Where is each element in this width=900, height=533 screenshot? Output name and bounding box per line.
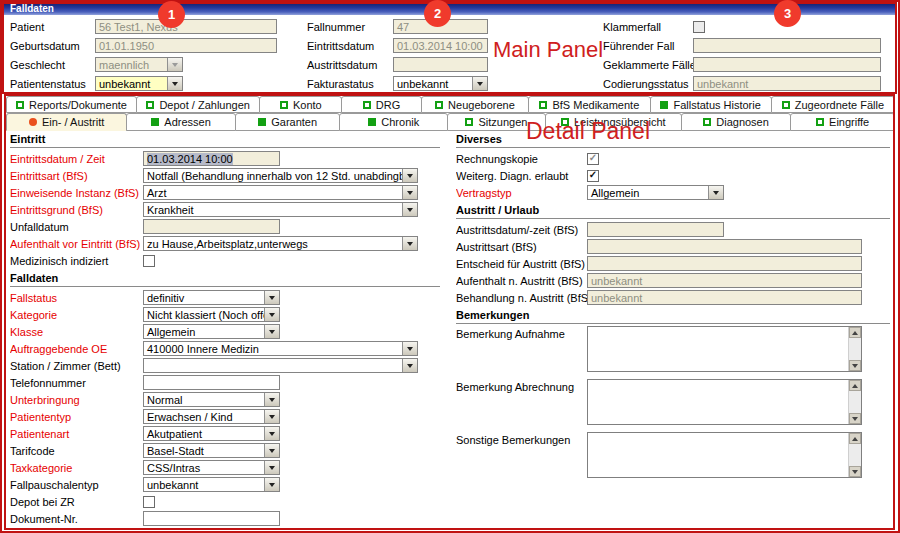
square-outline-icon [363,101,371,109]
scroll-down-icon[interactable] [849,466,861,477]
station-zimmer-label: Station / Zimmer (Bett) [10,360,143,372]
tab-neugeborene[interactable]: Neugeborene [421,96,530,113]
chevron-down-icon[interactable] [708,186,723,199]
chevron-down-icon[interactable] [264,393,279,406]
eintrittsgrund-select[interactable]: Krankheit [143,202,418,217]
chevron-down-icon[interactable] [402,169,417,182]
entscheid-fuer-austritt-label: Entscheid für Austritt (BfS) [456,258,587,270]
tab-reports-dokumente[interactable]: Reports/Dokumente [6,96,137,113]
klasse-select[interactable]: Allgemein [143,324,280,339]
geklammerte-faelle-field[interactable] [693,57,881,72]
chevron-down-icon[interactable] [402,186,417,199]
chevron-down-icon[interactable] [167,77,182,90]
chevron-down-icon[interactable] [264,427,279,440]
vertragstyp-select[interactable]: Allgemein [587,185,724,200]
scrollbar[interactable] [848,327,861,371]
eintrittsart-select[interactable]: Notfall (Behandlung innerhalb von 12 Std… [143,168,418,183]
eintrittsdatum-label: Eintrittsdatum [307,40,393,52]
annotation-main-panel-label: Main Panel [493,37,603,63]
auftraggebende-oe-select[interactable]: 410000 Innere Medizin [143,341,418,356]
einweisende-instanz-label: Einweisende Instanz (BfS) [10,187,143,199]
square-outline-icon [816,118,824,126]
weiterg-diagn-erlaubt-label: Weiterg. Diagn. erlaubt [456,170,587,182]
eintrittsdatum-zeit-input[interactable]: 01.03.2014 10:00 [143,151,280,166]
dokument-nr-label: Dokument-Nr. [10,513,143,525]
detail-tab-row-bottom: Ein- / Austritt Adressen Garanten Chroni… [6,113,894,131]
taxkategorie-select[interactable]: CSS/Intras [143,460,280,475]
chevron-down-icon[interactable] [264,461,279,474]
scroll-down-icon[interactable] [849,413,861,424]
chevron-down-icon[interactable] [402,359,417,372]
austrittsart-input[interactable] [587,239,862,254]
fallstatus-select[interactable]: definitiv [143,290,280,305]
patiententyp-select[interactable]: Erwachsen / Kind [143,409,280,424]
chevron-down-icon[interactable] [264,325,279,338]
square-outline-icon [146,101,154,109]
tab-ein-austritt[interactable]: Ein- / Austritt [6,113,127,131]
tab-adressen[interactable]: Adressen [126,113,236,131]
tab-drg[interactable]: DRG [341,96,421,113]
medizinisch-indiziert-checkbox[interactable] [143,255,155,267]
scroll-up-icon[interactable] [849,327,861,338]
square-filled-icon [660,101,668,109]
tab-garanten[interactable]: Garanten [235,113,341,131]
dokument-nr-input[interactable] [143,511,280,526]
vertragstyp-label: Vertragstyp [456,187,587,199]
einweisende-instanz-select[interactable]: Arzt [143,185,418,200]
unfalldatum-label: Unfalldatum [10,221,143,233]
station-zimmer-select[interactable] [143,358,418,373]
patientenstatus-select[interactable]: unbekannt [95,76,183,91]
tab-depot-zahlungen[interactable]: Depot / Zahlungen [136,96,260,113]
scroll-down-icon[interactable] [849,360,861,371]
tab-zugeordnete-faelle[interactable]: Zugeordnete Fälle [771,96,895,113]
scrollbar[interactable] [848,380,861,424]
patient-label: Patient [10,21,95,33]
bemerkung-aufnahme-textarea[interactable] [587,326,862,372]
fallnummer-label: Fallnummer [307,21,393,33]
patientenart-select[interactable]: Akutpatient [143,426,280,441]
geschlecht-select: maennlich [95,57,183,72]
bemerkung-aufnahme-label: Bemerkung Aufnahme [456,326,587,340]
fuehrender-fall-field[interactable] [693,38,881,53]
chevron-down-icon[interactable] [264,410,279,423]
chevron-down-icon[interactable] [402,342,417,355]
aufenthalt-vor-eintritt-select[interactable]: zu Hause,Arbeitsplatz,unterwegs [143,236,418,251]
chevron-down-icon[interactable] [264,478,279,491]
tab-bfs-medikamente[interactable]: BfS Medikamente [528,96,650,113]
tarifcode-label: Tarifcode [10,445,143,457]
chevron-down-icon[interactable] [472,77,487,90]
tarifcode-select[interactable]: Basel-Stadt [143,443,280,458]
sonstige-bemerkungen-textarea[interactable] [587,432,862,478]
chevron-down-icon[interactable] [402,203,417,216]
tab-konto[interactable]: Konto [259,96,342,113]
depot-bei-zr-checkbox[interactable] [143,496,155,508]
tab-chronik[interactable]: Chronik [339,113,448,131]
scroll-up-icon[interactable] [849,380,861,391]
austrittsdatum-zeit-input[interactable] [587,222,724,237]
tab-fallstatus-historie[interactable]: Fallstatus Historie [650,96,772,113]
bemerkung-abrechnung-textarea[interactable] [587,379,862,425]
austrittsdatum-field[interactable] [393,57,488,72]
tab-diagnosen[interactable]: Diagnosen [681,113,792,131]
chevron-down-icon[interactable] [264,444,279,457]
rechnungskopie-checkbox [587,153,599,165]
fallpauschalentyp-select[interactable]: unbekannt [143,477,280,492]
chevron-down-icon[interactable] [264,308,279,321]
chevron-down-icon[interactable] [264,291,279,304]
rechnungskopie-label: Rechnungskopie [456,153,587,165]
telefonnummer-input[interactable] [143,375,280,390]
patientenart-label: Patientenart [10,428,143,440]
fakturastatus-select[interactable]: unbekannt [393,76,488,91]
scrollbar[interactable] [848,433,861,477]
square-filled-icon [151,118,159,126]
kategorie-select[interactable]: Nicht klassiert (Noch offen) [143,307,280,322]
unterbringung-select[interactable]: Normal [143,392,280,407]
unfalldatum-input[interactable] [143,219,280,234]
weiterg-diagn-erlaubt-checkbox[interactable] [587,170,599,182]
tab-eingriffe[interactable]: Eingriffe [790,113,895,131]
chevron-down-icon[interactable] [402,237,417,250]
patiententyp-label: Patiententyp [10,411,143,423]
entscheid-fuer-austritt-input[interactable] [587,256,862,271]
square-filled-icon [368,118,376,126]
scroll-up-icon[interactable] [849,433,861,444]
